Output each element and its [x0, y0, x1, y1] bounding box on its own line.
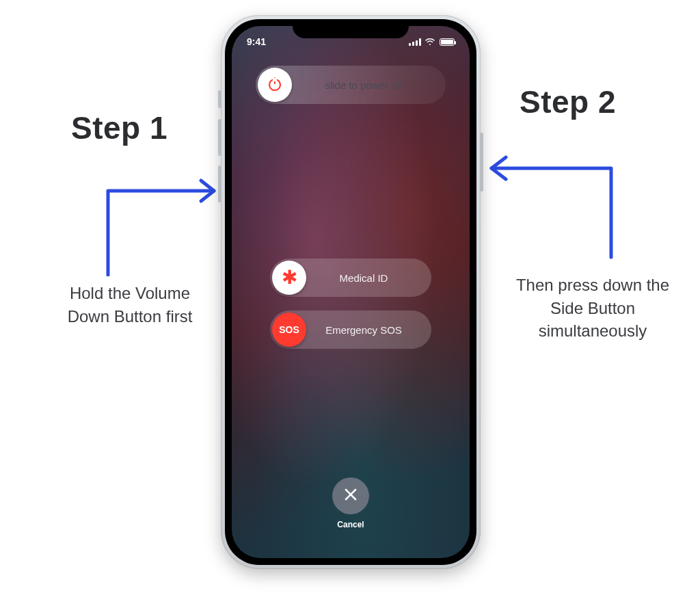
medical-id-slider[interactable]: ✱ Medical ID [270, 259, 431, 297]
mute-switch[interactable] [218, 90, 221, 108]
volume-down-button[interactable] [218, 166, 221, 202]
cancel-label: Cancel [332, 520, 369, 529]
status-bar: 9:41 [232, 33, 470, 51]
phone-frame: 9:41 slide [221, 15, 481, 569]
medical-id-label: Medical ID [308, 272, 431, 284]
volume-up-button[interactable] [218, 119, 221, 156]
close-icon [343, 487, 358, 505]
power-off-knob[interactable] [258, 68, 292, 102]
emergency-sos-slider[interactable]: SOS Emergency SOS [270, 311, 431, 349]
emergency-sos-knob[interactable]: SOS [272, 313, 306, 347]
asterisk-icon: ✱ [282, 268, 297, 287]
diagram-stage: Step 1 Hold the Volume Down Button first… [0, 0, 700, 606]
battery-icon [440, 38, 455, 46]
phone-screen: 9:41 slide [232, 26, 470, 558]
emergency-sos-label: Emergency SOS [308, 324, 431, 336]
wifi-icon [425, 36, 435, 47]
svg-rect-2 [273, 78, 277, 81]
step1-title: Step 1 [71, 109, 167, 146]
step2-title: Step 2 [520, 83, 616, 120]
power-icon [267, 76, 283, 94]
power-off-label: slide to power off [294, 79, 446, 91]
step2-desc: Then press down the Side Button simultan… [513, 274, 673, 343]
sos-text: SOS [279, 324, 299, 335]
phone-bezel: 9:41 slide [225, 19, 476, 565]
cellular-signal-icon [409, 38, 420, 46]
cancel-button[interactable] [332, 477, 369, 514]
step1-desc: Hold the Volume Down Button first [55, 282, 205, 328]
status-time: 9:41 [247, 36, 266, 47]
cancel-area: Cancel [332, 477, 369, 529]
side-button[interactable] [480, 133, 483, 192]
arrow-step1 [94, 153, 224, 276]
medical-id-knob[interactable]: ✱ [272, 261, 306, 295]
arrow-step2 [481, 120, 625, 264]
power-off-slider[interactable]: slide to power off [256, 66, 446, 104]
